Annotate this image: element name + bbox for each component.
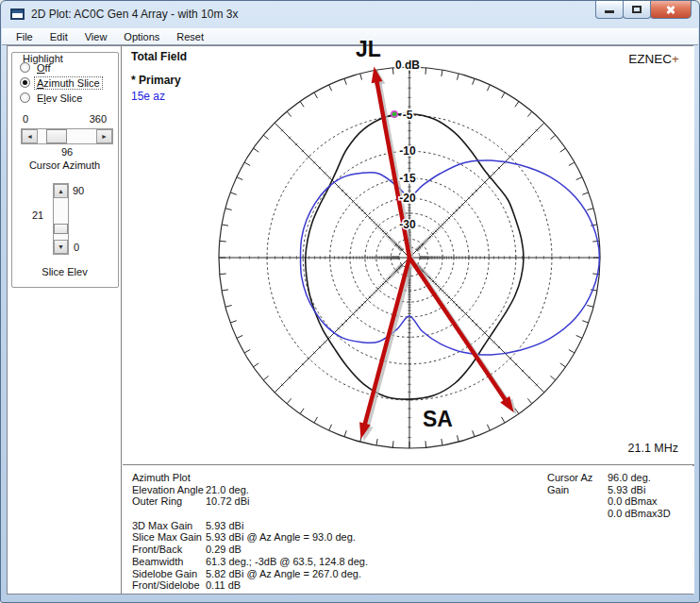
info-row: 0.0 dBmax3D — [547, 508, 671, 520]
info-row — [132, 508, 368, 520]
azimuth-slider-thumb[interactable] — [46, 129, 67, 143]
cursor-azimuth-caption: Cursor Azimuth — [8, 159, 122, 171]
field-type-label: Total Field — [131, 50, 187, 63]
beam-arrows — [359, 66, 514, 439]
cursor-marker — [392, 111, 397, 117]
elev-slider-min-label: 0 — [74, 242, 79, 253]
radio-label: Azimuth Slice — [35, 77, 102, 89]
maximize-icon — [632, 6, 642, 13]
menu-bar: File Edit View Options Reset — [2, 28, 698, 45]
direction-label-sa: SA — [423, 407, 453, 432]
elev-slider-thumb[interactable] — [54, 224, 68, 234]
elev-slider-down-arrow-icon[interactable]: ▼ — [54, 240, 68, 254]
menu-edit[interactable]: Edit — [42, 29, 76, 44]
menu-reset[interactable]: Reset — [168, 29, 212, 44]
elev-slider-max-label: 90 — [73, 185, 84, 196]
azimuth-slider-value: 96 — [21, 146, 113, 158]
close-icon — [665, 4, 676, 15]
title-bar[interactable]: 2D Plot: AC0C Gen 4 Array - with 10m 3x — [1, 1, 699, 28]
info-row: Cursor Az96.0 deg. — [547, 472, 671, 484]
cursor-readout: Cursor Az96.0 deg.Gain5.93 dBi 0.0 dBmax… — [547, 472, 671, 520]
minimize-button[interactable] — [595, 1, 624, 19]
radio-azimuth-slice[interactable]: Azimuth Slice — [20, 75, 102, 90]
radio-elev-slice[interactable]: Elev Slice — [20, 91, 84, 105]
elev-slider[interactable]: ▲ ▼ — [53, 183, 69, 255]
maximize-button[interactable] — [623, 1, 651, 19]
radial-scale-label: -10 — [399, 144, 416, 158]
app-window: 2D Plot: AC0C Gen 4 Array - with 10m 3x … — [0, 0, 700, 603]
elev-slider-value: 21 — [32, 209, 43, 221]
azimuth-slider[interactable]: ◄ ► — [21, 128, 113, 144]
radial-scale-label: -15 — [399, 172, 416, 185]
azimuth-slider-left-arrow-icon[interactable]: ◄ — [22, 129, 38, 143]
radial-scale-label: -20 — [399, 192, 416, 205]
window-title: 2D Plot: AC0C Gen 4 Array - with 10m 3x — [31, 8, 238, 21]
spoke — [409, 123, 544, 258]
azimuth-slider-min-label: 0 — [23, 113, 28, 125]
app-icon — [10, 8, 25, 20]
info-row: Sidelobe Gain5.82 dBi @ Az Angle = 267.0… — [132, 568, 368, 580]
spoke — [409, 258, 544, 393]
plot-statistics: Azimuth Plot Elevation Angle21.0 deg.Out… — [132, 472, 368, 592]
elev-slider-track[interactable] — [54, 198, 68, 240]
radio-off[interactable]: Off — [20, 60, 52, 75]
radial-scale-label: -30 — [399, 218, 416, 231]
info-row: 3D Max Gain5.93 dBi — [132, 520, 368, 532]
info-row: 0.0 dBmax — [547, 495, 671, 508]
info-panel: Azimuth Plot Elevation Angle21.0 deg.Out… — [123, 466, 694, 594]
minimize-icon — [605, 10, 614, 13]
frequency-label: 21.1 MHz — [628, 442, 679, 455]
info-row: Outer Ring10.72 dBi — [132, 495, 368, 508]
info-row: Beamwidth61.3 deg.; -3dB @ 63.5, 124.8 d… — [132, 556, 368, 568]
radio-circle-icon[interactable] — [20, 92, 30, 103]
info-row: Gain5.93 dBi — [547, 484, 671, 496]
slice-elev-caption: Slice Elev — [8, 266, 122, 277]
radio-circle-icon[interactable] — [20, 62, 30, 73]
plot-area: 0 dB-5-10-15-20-30 Total Field * Primary… — [123, 46, 694, 465]
elev-slider-up-arrow-icon[interactable]: ▲ — [54, 184, 68, 198]
azimuth-slider-track[interactable] — [38, 129, 96, 143]
azimuth-slider-right-arrow-icon[interactable]: ► — [96, 129, 112, 143]
menu-options[interactable]: Options — [115, 29, 168, 44]
radio-label: Elev Slice — [35, 92, 84, 104]
secondary-trace-label: 15e az — [131, 90, 165, 103]
radial-scale-label: 0 dB — [395, 59, 420, 72]
eznec-brand: EZNEC+ — [628, 52, 679, 66]
content-area: Highlight OffAzimuth SliceElev Slice 0 3… — [7, 45, 693, 595]
info-row: Front/Back0.29 dB — [132, 544, 368, 556]
radio-label: Off — [35, 62, 52, 74]
menu-view[interactable]: View — [76, 29, 116, 44]
direction-label-jl: JL — [356, 37, 381, 62]
radio-circle-icon[interactable] — [20, 77, 30, 88]
info-row: Azimuth Plot — [132, 472, 368, 484]
menu-file[interactable]: File — [8, 29, 42, 44]
highlight-panel: Highlight OffAzimuth SliceElev Slice 0 3… — [8, 46, 122, 594]
azimuth-slider-max-label: 360 — [90, 113, 107, 125]
info-row: Elevation Angle21.0 deg. — [132, 484, 368, 496]
info-row: Slice Max Gain5.93 dBi @ Az Angle = 93.0… — [132, 531, 368, 544]
info-row: Front/Sidelobe0.11 dB — [132, 579, 368, 592]
radial-scale-label: -5 — [403, 109, 413, 122]
polar-plot-canvas[interactable]: 0 dB-5-10-15-20-30 — [123, 46, 694, 465]
close-button[interactable] — [650, 1, 692, 19]
primary-trace-label: * Primary — [131, 74, 181, 87]
